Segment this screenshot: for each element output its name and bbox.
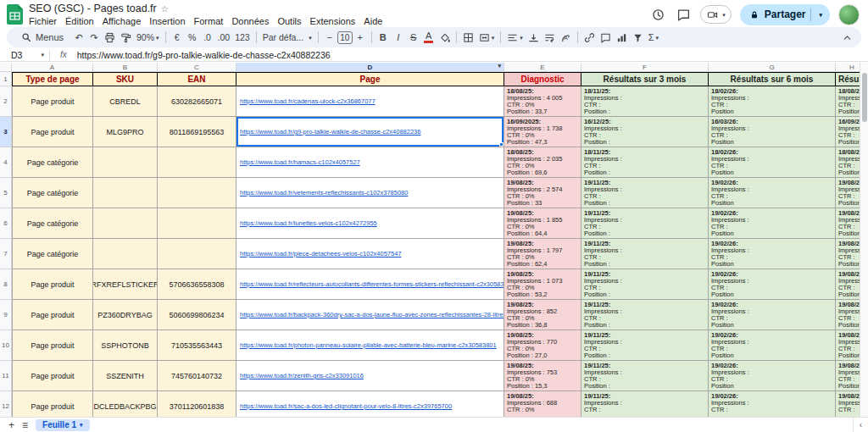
insert-chart-button[interactable] bbox=[614, 29, 630, 46]
cell-results-6m[interactable]: 19/02/26:Impressions :CTR :Position bbox=[709, 178, 836, 208]
menu-aide[interactable]: Aide bbox=[359, 16, 387, 26]
cell-results-6m[interactable]: 16/03/26:Impressions :CTR :Position bbox=[709, 117, 836, 147]
cell-type[interactable]: Page catégorie bbox=[12, 178, 93, 208]
cell-results-6m[interactable]: 19/02/26:Impressions :CTR :Position bbox=[709, 208, 836, 239]
cell-sku[interactable]: RFXREFLSTICKER bbox=[93, 269, 158, 300]
menu-donnees[interactable]: Données bbox=[227, 16, 273, 26]
cell-sku[interactable]: MLG9PRO bbox=[93, 117, 158, 147]
cell-results-3m[interactable]: 19/11/25:Impressions :CTR :Position : bbox=[581, 330, 709, 361]
row-header-3[interactable]: 3 bbox=[0, 117, 12, 147]
cell-diagnostic[interactable]: 19/08/25:Impressions : 688CTR : 0% bbox=[504, 391, 581, 417]
page-link[interactable]: https://www.toad.fr/piece-detachees-velo… bbox=[240, 250, 402, 258]
cell-ean[interactable]: 5060699806234 bbox=[158, 300, 236, 330]
cell-type[interactable]: Page produit bbox=[12, 361, 93, 391]
row-header-11[interactable]: 11 bbox=[0, 361, 12, 391]
text-color-button[interactable]: A bbox=[421, 29, 437, 46]
text-wrap-button[interactable] bbox=[542, 29, 558, 46]
cell-diagnostic[interactable]: 16/09/2025:Impressions : 1 738CTR : 0%Po… bbox=[504, 117, 581, 147]
decrease-decimal-button[interactable]: .0 bbox=[200, 29, 215, 46]
cell-sku[interactable]: SSZENITH bbox=[93, 361, 158, 391]
more-formats-button[interactable]: 123 bbox=[232, 29, 253, 46]
cell-diagnostic[interactable]: 19/08/25:Impressions : 753CTR : 0%Positi… bbox=[504, 361, 581, 391]
cell-results-6m[interactable]: 18/02/26:Impressions :CTR :Position bbox=[709, 86, 836, 117]
column-header-C[interactable]: C bbox=[158, 63, 236, 72]
cell-results-3m[interactable]: 19/11/25:Impressions :CTR :Position : bbox=[581, 178, 709, 208]
borders-button[interactable] bbox=[460, 29, 476, 46]
cell-diagnostic[interactable]: 19/08/25:Impressions : 1 855CTR : 0%Posi… bbox=[504, 208, 581, 239]
hide-menus-button[interactable] bbox=[839, 29, 854, 46]
increase-decimal-button[interactable]: .00 bbox=[215, 29, 233, 46]
menu-outils[interactable]: Outils bbox=[273, 16, 305, 26]
merge-cells-button[interactable]: ▾ bbox=[476, 29, 498, 46]
italic-button[interactable]: I bbox=[391, 29, 406, 46]
page-link[interactable]: https://www.toad.fr/lunettes-velos-c102x… bbox=[240, 219, 377, 227]
column-header-G[interactable]: G bbox=[709, 63, 836, 72]
cell-type[interactable]: Page produit bbox=[12, 269, 93, 300]
row-header-1[interactable]: 1 bbox=[0, 72, 12, 86]
cell-sku[interactable]: PZ360DRYBAG bbox=[93, 300, 158, 330]
cell-results-3m[interactable]: 19/11/25:Impressions :CTR :Position : bbox=[581, 239, 709, 269]
cell-diagnostic[interactable]: 19/08/25:Impressions : 1 797CTR : 0%Posi… bbox=[504, 239, 581, 269]
zoom-select[interactable]: 90% ▾ bbox=[134, 29, 162, 46]
version-history-button[interactable] bbox=[649, 6, 666, 23]
name-box[interactable]: D3 ▾ bbox=[0, 50, 49, 60]
cell-results-3m[interactable]: 16/12/25:Impressions :CTR :Position : bbox=[581, 117, 709, 147]
cell-results-6m[interactable]: 19/02/26:Impressions :CTR :Position bbox=[709, 361, 836, 391]
cell-ean[interactable]: 3701120601838 bbox=[158, 391, 236, 417]
share-button[interactable]: Partager ▾ bbox=[740, 4, 830, 25]
insert-link-button[interactable] bbox=[581, 29, 598, 46]
show-side-panel-button[interactable]: ‹ bbox=[853, 418, 868, 432]
cell-results-6m[interactable]: 18/02/26:Impressions :CTR :Position bbox=[709, 147, 836, 178]
cell-results-6m[interactable]: 19/02/26:Impressions :CTR :Position bbox=[709, 239, 836, 269]
meet-button[interactable]: ▾ bbox=[700, 5, 732, 24]
cell-type[interactable]: Page produit bbox=[12, 300, 93, 330]
menu-extensions[interactable]: Extensions bbox=[306, 16, 360, 26]
cell-ean[interactable]: 630282665071 bbox=[158, 86, 236, 117]
cell-type[interactable]: Page produit bbox=[12, 391, 93, 417]
redo-button[interactable]: ↷ bbox=[86, 29, 102, 46]
header-ean[interactable]: EAN bbox=[158, 72, 236, 86]
cell-page[interactable]: https://www.toad.fr/cadenas-ulock-c2x368… bbox=[236, 86, 504, 117]
menu-affichage[interactable]: Affichage bbox=[98, 16, 146, 26]
page-link[interactable]: https://www.toad.fr/g9-pro-talkie-walkie… bbox=[240, 128, 420, 136]
column-header-A[interactable]: A bbox=[12, 63, 93, 72]
star-icon[interactable]: ☆ bbox=[161, 4, 169, 14]
cell-page[interactable]: https://www.toad.fr/reflecteurs-autocoll… bbox=[236, 269, 504, 300]
chevron-down-icon[interactable]: ▾ bbox=[819, 12, 822, 18]
cell-page[interactable]: https://www.toad.fr/lunettes-velos-c102x… bbox=[236, 208, 504, 239]
cell-type[interactable]: Page catégorie bbox=[12, 208, 93, 239]
column-dropdown-icon[interactable]: ▾ bbox=[498, 63, 501, 69]
cell-page[interactable]: https://www.toad.fr/zenith-gris-c2x33091… bbox=[236, 361, 504, 391]
row-header-9[interactable]: 9 bbox=[0, 300, 12, 330]
bold-button[interactable]: B bbox=[376, 29, 391, 46]
format-currency-button[interactable]: € bbox=[170, 29, 185, 46]
font-size-input[interactable]: 10 bbox=[337, 31, 353, 44]
insert-comment-button[interactable] bbox=[598, 29, 614, 46]
cell-ean[interactable] bbox=[158, 208, 236, 239]
row-header-12[interactable]: 12 bbox=[0, 391, 12, 417]
header-type-de-page[interactable]: Type de page bbox=[12, 72, 93, 86]
header-sku[interactable]: SKU bbox=[93, 72, 158, 86]
cell-ean[interactable] bbox=[158, 239, 236, 269]
page-link[interactable]: https://www.toad.fr/zenith-gris-c2x33091… bbox=[240, 372, 364, 379]
cell-results-3m[interactable]: 19/11/25:Impressions :CTR : bbox=[581, 391, 709, 417]
menu-format[interactable]: Format bbox=[190, 16, 228, 26]
cell-diagnostic[interactable]: 18/08/25:Impressions : 4 005CTR : 0%Posi… bbox=[504, 86, 581, 117]
vertical-align-button[interactable] bbox=[526, 29, 542, 46]
vertical-scrollbar[interactable] bbox=[860, 63, 868, 417]
strikethrough-button[interactable]: S bbox=[406, 29, 421, 46]
cell-results-3m[interactable]: 19/11/25:Impressions :CTR :Position : bbox=[581, 361, 709, 391]
row-header-5[interactable]: 5 bbox=[0, 178, 12, 208]
cell-page[interactable]: https://www.toad.fr/piece-detachees-velo… bbox=[236, 239, 504, 269]
column-header-D[interactable]: D▾ bbox=[236, 63, 504, 72]
column-header-B[interactable]: B bbox=[93, 63, 158, 72]
header-resultats-6-mois[interactable]: Résultats sur 6 mois bbox=[709, 72, 836, 86]
avatar[interactable] bbox=[838, 4, 860, 25]
cell-ean[interactable] bbox=[158, 178, 236, 208]
decrease-font-size-button[interactable]: − bbox=[322, 29, 337, 46]
cell-sku[interactable] bbox=[93, 208, 158, 239]
fill-color-button[interactable] bbox=[437, 29, 453, 46]
cell-results-3m[interactable]: 19/11/25:Impressions :CTR :Position : bbox=[581, 208, 709, 239]
cell-page[interactable]: https://www.toad.fr/vetements-reflechiss… bbox=[236, 178, 504, 208]
horizontal-align-button[interactable]: ▾ bbox=[504, 29, 526, 46]
